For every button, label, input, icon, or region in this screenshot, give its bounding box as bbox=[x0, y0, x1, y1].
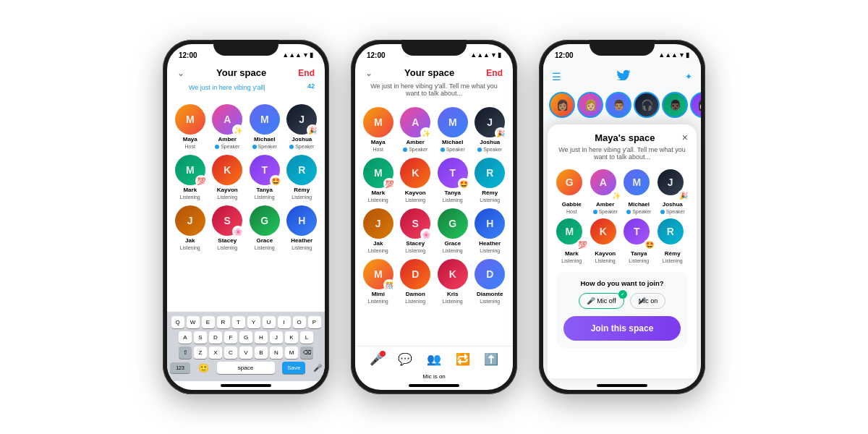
phone-1: 12:00 ▲▲▲ ▾ ▮ ⌄ Your space End We just i… bbox=[163, 40, 329, 394]
key-space[interactable]: space bbox=[217, 362, 275, 374]
participant-item[interactable]: J🎉JoshuaSpeaker bbox=[473, 107, 508, 152]
signal-icon-2: ▲▲▲ bbox=[470, 51, 490, 59]
space-description-1[interactable]: We just in here vibing y'all| bbox=[177, 82, 277, 95]
mic-on-option[interactable]: 🎤 Mic on bbox=[630, 293, 666, 309]
save-button[interactable]: Save bbox=[282, 362, 305, 374]
participant-item[interactable]: RRémyListening bbox=[658, 218, 689, 263]
participant-item[interactable]: A✨AmberSpeaker bbox=[210, 104, 245, 149]
participant-item[interactable]: KKayvonListening bbox=[210, 155, 245, 200]
participant-item[interactable]: MMayaHost bbox=[361, 107, 396, 152]
key-u[interactable]: U bbox=[263, 316, 276, 328]
participant-item[interactable]: M💯MarkListening bbox=[361, 158, 396, 203]
hamburger-icon[interactable]: ☰ bbox=[552, 71, 561, 82]
participant-item[interactable]: KKayvonListening bbox=[590, 218, 621, 263]
key-z[interactable]: Z bbox=[194, 346, 207, 359]
key-s[interactable]: S bbox=[194, 331, 207, 344]
participant-item[interactable]: M🎊MimiListening bbox=[361, 259, 396, 304]
participant-item[interactable]: DDiamonteListening bbox=[473, 259, 508, 304]
participant-item[interactable]: RRémyListening bbox=[285, 155, 320, 200]
key-p[interactable]: P bbox=[308, 316, 321, 328]
participant-item[interactable]: GGraceListening bbox=[435, 208, 470, 253]
story-avatar-2[interactable]: 👩🏼 bbox=[577, 92, 603, 118]
key-n[interactable]: N bbox=[270, 346, 283, 359]
space-header-1: ⌄ Your space End bbox=[167, 63, 325, 81]
key-m[interactable]: M bbox=[285, 346, 298, 359]
emoji-icon[interactable]: 🙂 bbox=[198, 363, 209, 373]
story-avatar-3[interactable]: 👨🏽 bbox=[605, 92, 631, 118]
participant-item[interactable]: KKayvonListening bbox=[399, 158, 433, 203]
key-k[interactable]: K bbox=[285, 331, 298, 344]
people-icon[interactable]: 👥 bbox=[427, 352, 441, 366]
participant-item[interactable]: GGabbieHost bbox=[556, 169, 587, 214]
participant-item[interactable]: J🎉JoshuaSpeaker bbox=[285, 104, 320, 149]
sparkle-icon[interactable]: ✦ bbox=[685, 72, 692, 82]
end-button-1[interactable]: End bbox=[298, 68, 315, 78]
participant-item[interactable]: A✨AmberSpeaker bbox=[399, 107, 433, 152]
participant-item[interactable]: J🎉JoshuaSpeaker bbox=[658, 169, 689, 214]
participants-grid-1: MMayaHostA✨AmberSpeakerMMichaelSpeakerJ🎉… bbox=[173, 101, 319, 253]
participant-item[interactable]: DDamonListening bbox=[399, 259, 433, 304]
participant-item[interactable]: HHeatherListening bbox=[285, 205, 320, 250]
key-b[interactable]: B bbox=[255, 346, 268, 359]
chat-icon[interactable]: 💬 bbox=[398, 352, 412, 366]
participant-item[interactable]: T🤩TanyaListening bbox=[435, 158, 470, 203]
participant-item[interactable]: MMichaelSpeaker bbox=[247, 104, 282, 149]
join-button[interactable]: Join this space bbox=[563, 316, 681, 341]
key-shift[interactable]: ⇧ bbox=[179, 346, 192, 359]
key-q[interactable]: Q bbox=[171, 316, 184, 328]
key-a[interactable]: A bbox=[179, 331, 192, 344]
key-h[interactable]: H bbox=[255, 331, 268, 344]
participant-item[interactable]: S🌸StaceyListening bbox=[210, 205, 245, 250]
key-o[interactable]: O bbox=[293, 316, 306, 328]
chevron-down-icon[interactable]: ⌄ bbox=[177, 68, 184, 78]
participant-item[interactable]: JJakListening bbox=[173, 205, 208, 250]
participant-item[interactable]: GGraceListening bbox=[247, 205, 282, 250]
participant-item[interactable]: M💯MarkListening bbox=[556, 218, 587, 263]
key-y[interactable]: Y bbox=[247, 316, 260, 328]
key-d[interactable]: D bbox=[209, 331, 222, 344]
participant-item[interactable]: MMayaHost bbox=[173, 104, 208, 149]
participant-item[interactable]: M💯MarkListening bbox=[173, 155, 208, 200]
story-avatar-4[interactable]: 🎧 bbox=[634, 92, 660, 118]
key-l[interactable]: L bbox=[300, 331, 313, 344]
key-123[interactable]: 123 bbox=[170, 362, 190, 373]
end-button-2[interactable]: End bbox=[486, 68, 503, 78]
close-button[interactable]: × bbox=[682, 132, 688, 143]
participant-role: Listening bbox=[217, 245, 237, 250]
participant-name: Joshua bbox=[663, 201, 683, 208]
key-f[interactable]: F bbox=[224, 331, 237, 344]
participant-item[interactable]: MMichaelSpeaker bbox=[624, 169, 655, 214]
key-g[interactable]: G bbox=[239, 331, 252, 344]
key-i[interactable]: I bbox=[278, 316, 291, 328]
chevron-down-icon-2[interactable]: ⌄ bbox=[365, 68, 373, 78]
key-j[interactable]: J bbox=[270, 331, 283, 344]
participant-item[interactable]: HHeatherListening bbox=[473, 208, 508, 253]
story-avatar-1[interactable]: 👩🏽 bbox=[549, 92, 575, 118]
participant-item[interactable]: JJakListening bbox=[361, 208, 396, 253]
modal-header: Maya's space × bbox=[556, 132, 688, 143]
participant-item[interactable]: A✨AmberSpeaker bbox=[590, 169, 621, 214]
key-v[interactable]: V bbox=[239, 346, 252, 359]
mic-off-option[interactable]: 🎤 🎤 Mic off ✓ bbox=[579, 293, 624, 309]
char-count-1: 42 bbox=[307, 82, 315, 90]
participant-item[interactable]: T🤩TanyaListening bbox=[624, 218, 655, 263]
key-w[interactable]: W bbox=[187, 316, 200, 328]
key-c[interactable]: C bbox=[224, 346, 237, 359]
participant-item[interactable]: KKrisListening bbox=[435, 259, 470, 304]
space-header-2: ⌄ Your space End bbox=[355, 63, 513, 81]
participant-item[interactable]: S🌸StaceyListening bbox=[399, 208, 433, 253]
participant-item[interactable]: MMichaelSpeaker bbox=[435, 107, 470, 152]
key-r[interactable]: R bbox=[217, 316, 230, 328]
mic-icon[interactable]: 🎤 bbox=[370, 352, 384, 366]
story-avatar-5[interactable]: 👨🏿 bbox=[662, 92, 688, 118]
notch-3 bbox=[590, 40, 655, 56]
refresh-icon[interactable]: 🔁 bbox=[456, 352, 470, 366]
participant-item[interactable]: RRémyListening bbox=[473, 158, 508, 203]
key-x[interactable]: X bbox=[209, 346, 222, 359]
key-e[interactable]: E bbox=[202, 316, 215, 328]
participant-item[interactable]: T🤩TanyaListening bbox=[247, 155, 282, 200]
share-icon[interactable]: ⬆️ bbox=[484, 352, 498, 366]
key-backspace[interactable]: ⌫ bbox=[300, 346, 313, 359]
story-avatar-6[interactable]: 👩🏻 bbox=[690, 92, 701, 118]
key-t[interactable]: T bbox=[232, 316, 245, 328]
